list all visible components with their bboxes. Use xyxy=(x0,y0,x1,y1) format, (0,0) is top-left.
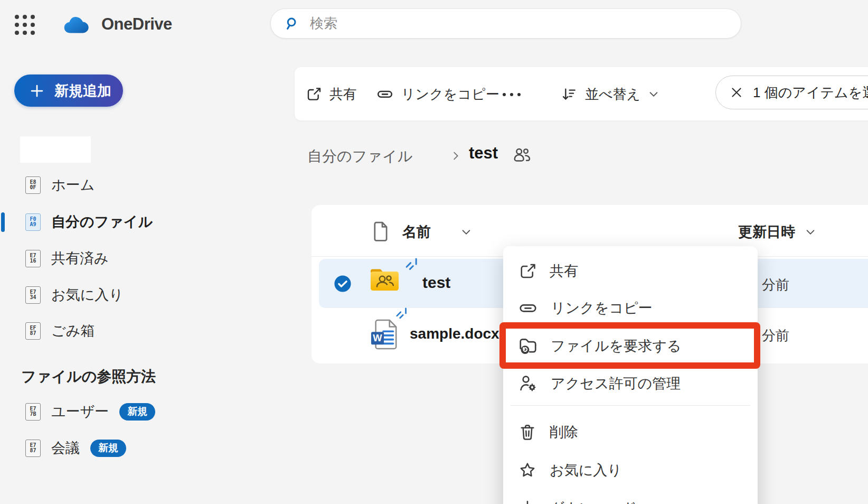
share-icon xyxy=(518,262,537,281)
menu-divider xyxy=(511,405,750,406)
sort-icon xyxy=(561,86,578,102)
shared-icon: E716 xyxy=(25,250,41,267)
file-name-test[interactable]: test xyxy=(422,274,450,292)
recently-shared-indicator-icon xyxy=(395,306,409,320)
chevron-down-icon xyxy=(648,88,659,100)
add-new-button[interactable]: 新規追加 xyxy=(14,74,123,107)
svg-text:W: W xyxy=(373,333,382,344)
word-file-icon: W xyxy=(371,318,399,351)
new-badge: 新規 xyxy=(119,403,155,421)
plus-icon xyxy=(29,83,45,99)
context-menu: 共有 リンクをコピー ファイルを要求する xyxy=(503,246,758,504)
favorites-icon: E734 xyxy=(25,286,41,304)
file-name-sample-docx[interactable]: sample.docx xyxy=(410,325,499,342)
sidebar-item-my-files[interactable]: F0A9 自分のファイル xyxy=(25,210,153,234)
people-nav-icon: E77B xyxy=(25,403,41,421)
sidebar-item-shared[interactable]: E716 共有済み xyxy=(25,247,109,270)
new-badge: 新規 xyxy=(90,440,126,457)
menu-item-favorite[interactable]: お気に入り xyxy=(503,455,758,485)
home-icon: E80F xyxy=(25,176,41,194)
sort-button[interactable]: 並べ替え xyxy=(561,79,659,109)
modified-value-row1: 分前 xyxy=(762,276,789,294)
menu-item-request-files[interactable]: ファイルを要求する xyxy=(503,331,758,361)
app-launcher-icon[interactable] xyxy=(13,13,37,37)
link-icon xyxy=(518,298,538,318)
modified-sort-chevron-icon[interactable] xyxy=(805,226,816,238)
sidebar-item-favorites[interactable]: E734 お気に入り xyxy=(25,283,124,306)
meetings-nav-icon: E787 xyxy=(25,440,41,457)
selected-nav-indicator xyxy=(1,212,5,232)
sidebar-item-people[interactable]: E77B ユーザー 新規 xyxy=(25,400,155,423)
browse-files-section-title: ファイルの参照方法 xyxy=(21,367,156,387)
modified-column-header[interactable]: 更新日時 xyxy=(738,222,795,241)
sort-button-label: 並べ替え xyxy=(585,85,640,104)
breadcrumb-chevron-icon xyxy=(450,150,461,162)
share-button-label: 共有 xyxy=(329,85,357,104)
menu-item-delete[interactable]: 削除 xyxy=(503,417,758,447)
recently-shared-indicator-icon xyxy=(404,257,419,272)
onedrive-logo-icon xyxy=(62,14,94,35)
sidebar-item-meetings[interactable]: E787 会議 新規 xyxy=(25,436,126,460)
more-actions-icon[interactable] xyxy=(503,93,521,96)
sidebar-item-home[interactable]: E80F ホーム xyxy=(25,173,95,197)
menu-item-copy-link[interactable]: リンクをコピー xyxy=(503,293,758,323)
link-icon xyxy=(376,85,394,103)
folder-request-icon xyxy=(518,336,538,356)
file-type-column-icon xyxy=(370,220,391,242)
search-placeholder: 検索 xyxy=(310,14,337,33)
star-icon xyxy=(518,461,537,480)
shared-folder-icon xyxy=(369,265,400,294)
modified-value-row2: 分前 xyxy=(762,326,789,345)
search-icon xyxy=(285,16,300,32)
sidebar-item-recycle-bin[interactable]: EF87 ごみ箱 xyxy=(25,319,95,342)
download-icon xyxy=(518,499,537,504)
selected-check-icon[interactable] xyxy=(334,275,352,293)
name-sort-chevron-icon[interactable] xyxy=(460,226,472,238)
menu-item-manage-access[interactable]: アクセス許可の管理 xyxy=(503,369,758,398)
app-title: OneDrive xyxy=(101,15,172,34)
search-input[interactable]: 検索 xyxy=(270,8,741,39)
onedrive-window: OneDrive 検索 共有 リンクをコピー xyxy=(0,0,868,504)
copy-link-button[interactable]: リンクをコピー xyxy=(376,79,499,109)
person-gear-icon xyxy=(518,374,538,394)
recycle-bin-icon: EF87 xyxy=(25,322,41,340)
breadcrumb-parent[interactable]: 自分のファイル xyxy=(307,146,412,166)
menu-item-download[interactable]: ダウンロード xyxy=(503,493,758,504)
share-button[interactable]: 共有 xyxy=(305,79,357,109)
breadcrumb-current: test xyxy=(469,144,498,163)
copy-link-button-label: リンクをコピー xyxy=(401,85,499,104)
selection-status-pill[interactable]: 1 個のアイテムを選択 xyxy=(715,76,868,109)
menu-item-share[interactable]: 共有 xyxy=(503,256,758,286)
share-icon xyxy=(305,86,322,102)
trash-icon xyxy=(518,423,537,442)
redacted-user-name xyxy=(20,136,91,163)
name-column-header[interactable]: 名前 xyxy=(402,222,431,241)
breadcrumb-people-icon[interactable] xyxy=(512,147,532,164)
add-new-label: 新規追加 xyxy=(54,81,111,100)
selection-status-text: 1 個のアイテムを選択 xyxy=(753,83,868,102)
my-files-icon: F0A9 xyxy=(25,213,41,231)
clear-selection-icon[interactable] xyxy=(730,86,743,99)
